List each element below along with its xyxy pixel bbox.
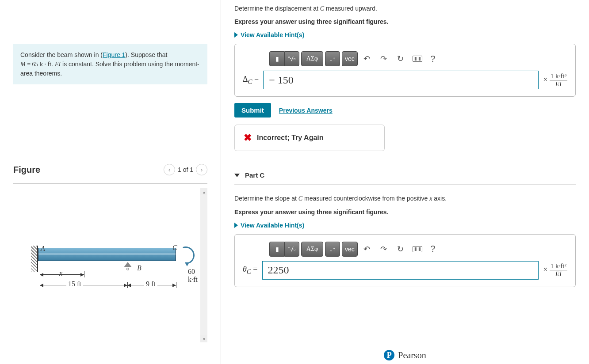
vector-button[interactable]: vec (342, 242, 358, 257)
greek-button[interactable]: ΑΣφ (301, 51, 323, 66)
partc-answer-input[interactable] (262, 261, 539, 280)
vector-button[interactable]: vec (342, 51, 358, 66)
keyboard-icon (413, 246, 422, 252)
partc-variable: θC = (243, 265, 258, 276)
partb-hints-toggle[interactable]: View Available Hint(s) (234, 31, 576, 38)
subscript-button[interactable]: ↓↑ (325, 242, 340, 257)
template-button[interactable]: ▮ (269, 51, 284, 66)
caret-right-icon (234, 32, 238, 38)
redo-button[interactable]: ↷ (376, 242, 391, 257)
partb-instruction: Express your answer using three signific… (234, 18, 576, 25)
right-panel: Determine the displacement at C measured… (221, 0, 589, 364)
partc-toolbar: ▮ ▫√▫ ΑΣφ ↓↑ vec ↶ ↷ ↻ ? (269, 242, 567, 257)
partc-question: Determine the slope at C measured counte… (234, 193, 576, 204)
label-a: A (41, 245, 45, 253)
moment-var: M (20, 61, 26, 68)
partb-previous-answers-link[interactable]: Previous Answers (279, 107, 333, 114)
pearson-brand: Pearson (398, 350, 426, 360)
label-c: C (172, 244, 177, 252)
help-button[interactable]: ? (427, 243, 439, 255)
figure-title: Figure (13, 165, 40, 175)
label-b: B (137, 264, 142, 272)
hints-label: View Available Hint(s) (241, 31, 304, 38)
figure-link[interactable]: Figure 1 (103, 51, 125, 58)
figure-pager: ‹ 1 of 1 › (164, 164, 207, 175)
partb-answer-box: ▮ ▫√▫ ΑΣφ ↓↑ vec ↶ ↷ ↻ ? ΔC = × 1 k·ft³E… (234, 44, 576, 97)
caret-down-icon (234, 174, 240, 177)
hints-label: View Available Hint(s) (241, 222, 304, 229)
undo-button[interactable]: ↶ (360, 242, 375, 257)
root-button[interactable]: ▫√▫ (284, 51, 299, 66)
redo-button[interactable]: ↷ (376, 51, 391, 66)
figure-header: Figure ‹ 1 of 1 › (13, 164, 207, 180)
beam-diagram: A B C 60 k·ft x 15 ft 9 ft (13, 237, 199, 343)
help-button[interactable]: ? (427, 53, 439, 65)
partb-toolbar: ▮ ▫√▫ ΑΣφ ↓↑ vec ↶ ↷ ↻ ? (269, 51, 567, 66)
keyboard-icon (413, 56, 422, 62)
partb-submit-button[interactable]: Submit (234, 103, 271, 118)
problem-text: Consider the beam shown in ( (20, 51, 103, 58)
moment-arrow-icon (185, 262, 189, 266)
feedback-text: Incorrect; Try Again (257, 134, 324, 142)
label-span-ab: 15 ft (66, 280, 83, 288)
figure-next-button[interactable]: › (196, 164, 207, 175)
figure-area: A B C 60 k·ft x 15 ft 9 ft (13, 183, 207, 347)
figure-scrollbar[interactable]: ▴ ▾ (200, 188, 207, 342)
reset-button[interactable]: ↻ (393, 51, 408, 66)
beam-icon (38, 248, 176, 261)
scroll-down-icon[interactable]: ▾ (200, 335, 207, 342)
keyboard-button[interactable] (410, 51, 425, 66)
partb-variable: ΔC = (243, 75, 259, 86)
partc-header[interactable]: Part C (234, 169, 576, 182)
partc-answer-box: ▮ ▫√▫ ΑΣφ ↓↑ vec ↶ ↷ ↻ ? θC = × 1 k·ft²E… (234, 234, 576, 287)
greek-button[interactable]: ΑΣφ (301, 242, 323, 257)
partb-feedback: ✖ Incorrect; Try Again (234, 125, 385, 151)
root-button[interactable]: ▫√▫ (284, 242, 299, 257)
left-panel: Consider the beam shown in (Figure 1). S… (0, 0, 221, 364)
footer: P Pearson (221, 350, 589, 360)
label-span-bc: 9 ft (144, 280, 157, 288)
partc-instruction: Express your answer using three signific… (234, 209, 576, 216)
fixed-support-icon (31, 246, 38, 272)
problem-statement: Consider the beam shown in (Figure 1). S… (13, 44, 207, 84)
undo-button[interactable]: ↶ (360, 51, 375, 66)
subscript-button[interactable]: ↓↑ (325, 51, 340, 66)
partb-actions: Submit Previous Answers (234, 103, 576, 118)
figure-page-count: 1 of 1 (178, 166, 193, 173)
partc-units: × 1 k·ft²EI (543, 262, 567, 278)
label-moment: 60 k·ft (188, 268, 199, 284)
partb-units: × 1 k·ft³EI (543, 72, 567, 88)
figure-prev-button[interactable]: ‹ (164, 164, 175, 175)
partc-hints-toggle[interactable]: View Available Hint(s) (234, 222, 576, 229)
scroll-up-icon[interactable]: ▴ (200, 188, 207, 195)
roller-support-icon (124, 262, 132, 270)
ei-var: EI (55, 61, 61, 68)
reset-button[interactable]: ↻ (393, 242, 408, 257)
partb-question: Determine the displacement at C measured… (234, 4, 576, 14)
partb-answer-input[interactable] (263, 71, 539, 89)
partc-title: Part C (245, 171, 264, 179)
keyboard-button[interactable] (410, 242, 425, 257)
template-button[interactable]: ▮ (269, 242, 284, 257)
incorrect-icon: ✖ (244, 132, 252, 144)
caret-right-icon (234, 223, 238, 228)
label-x: x (59, 269, 62, 277)
pearson-logo-icon: P (384, 350, 394, 360)
